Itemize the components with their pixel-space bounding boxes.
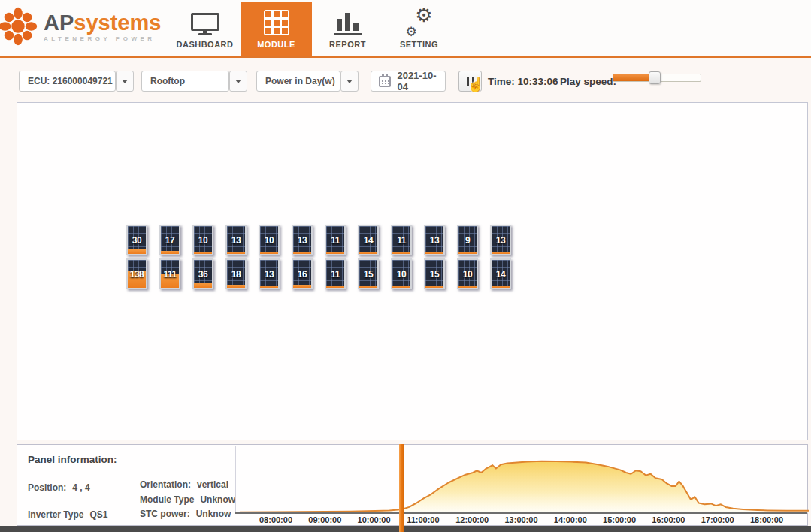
sun-logo-icon	[0, 4, 41, 49]
panel-power-value: 13	[293, 226, 311, 254]
panel-power-value: 10	[392, 260, 410, 288]
panel-power-value: 30	[128, 226, 146, 254]
module-panel[interactable]: 15	[424, 258, 445, 289]
module-panel[interactable]: 15	[358, 258, 379, 289]
module-panel[interactable]: 13	[424, 225, 445, 255]
module-canvas: 3017101310131114111391313811136181316111…	[17, 102, 808, 440]
module-panel[interactable]: 17	[159, 225, 180, 255]
module-panel[interactable]: 10	[192, 225, 213, 255]
nav-label: DASHBOARD	[177, 40, 234, 49]
panel-power-value: 13	[260, 260, 278, 288]
module-panel[interactable]: 30	[126, 225, 147, 255]
gears-icon: ⚙⚙	[404, 10, 434, 35]
date-picker[interactable]: 2021-10-04	[371, 71, 446, 92]
panel-power-value: 13	[227, 226, 245, 254]
panel-info-inverter-type: Inverter TypeQS1	[28, 509, 108, 520]
module-panel[interactable]: 11	[325, 225, 346, 255]
module-panel[interactable]: 10	[391, 258, 412, 289]
panel-power-value: 16	[293, 260, 311, 288]
logo-brand-ap: AP	[44, 11, 74, 35]
pause-button[interactable]	[458, 71, 482, 92]
ecu-select-arrow-button[interactable]	[116, 71, 134, 92]
toolbar: ECU: 216000049721 Rooftop Power in Day(w…	[0, 59, 811, 101]
panel-power-value: 14	[359, 226, 377, 254]
panel-info-stc-power: STC power:Unknow	[140, 509, 231, 519]
panel-power-value: 13	[425, 226, 443, 254]
metric-select-arrow-button[interactable]	[340, 71, 359, 92]
module-panel[interactable]: 36	[192, 258, 213, 289]
window-bottom-edge	[0, 526, 811, 532]
module-panel[interactable]: 14	[490, 258, 511, 289]
metric-select[interactable]: Power in Day(w)	[256, 71, 340, 92]
panel-power-value: 17	[161, 226, 179, 254]
ema-module-page: APsystems ALTENERGY POWER DASHBOARD MODU…	[0, 0, 811, 532]
module-row: 13811136181316111510151014	[126, 258, 511, 289]
chevron-down-icon	[122, 80, 128, 83]
nav-label: REPORT	[329, 40, 366, 49]
main-nav: DASHBOARD MODULE REPORT ⚙⚙ SETTING	[169, 0, 455, 56]
nav-item-setting[interactable]: ⚙⚙ SETTING	[383, 0, 455, 56]
module-panel[interactable]: 111	[159, 258, 180, 289]
panel-power-value: 15	[425, 260, 443, 288]
panel-power-value: 36	[194, 260, 212, 288]
x-tick-label: 18:00:00	[750, 515, 783, 524]
panel-power-value: 13	[492, 226, 510, 254]
panel-power-value: 11	[326, 260, 344, 288]
layout-select[interactable]: Rooftop	[141, 71, 229, 92]
x-tick-label: 10:00:00	[358, 515, 391, 524]
x-tick-label: 14:00:00	[554, 515, 587, 524]
panel-power-value: 15	[359, 260, 377, 288]
module-panel[interactable]: 18	[225, 258, 247, 289]
bottom-panel: Panel information: Position:4 , 4 Invert…	[17, 444, 808, 526]
play-speed-thumb[interactable]	[649, 71, 661, 84]
x-tick-label: 11:00:00	[407, 515, 439, 524]
chevron-down-icon	[235, 80, 241, 83]
play-speed-label: Play speed:	[560, 71, 616, 92]
panel-power-value: 10	[194, 226, 212, 254]
x-tick-label: 15:00:00	[603, 515, 636, 524]
module-panel[interactable]: 11	[391, 225, 412, 255]
module-panel[interactable]: 11	[325, 258, 346, 289]
panel-power-value: 138	[128, 260, 146, 288]
playhead-marker[interactable]	[399, 444, 404, 532]
app-header: APsystems ALTENERGY POWER DASHBOARD MODU…	[0, 0, 811, 58]
panel-info-orientation: Orientation:vertical	[140, 479, 228, 490]
panel-info-position: Position:4 , 4	[28, 482, 90, 493]
module-panel[interactable]: 138	[126, 258, 147, 289]
module-panel[interactable]: 14	[358, 225, 379, 255]
nav-item-report[interactable]: REPORT	[312, 0, 383, 56]
panel-power-value: 11	[392, 226, 410, 254]
module-panel[interactable]: 16	[292, 258, 313, 289]
logo-brand-systems: systems	[74, 11, 161, 35]
nav-label: SETTING	[400, 40, 438, 49]
module-panel[interactable]: 13	[225, 225, 247, 255]
module-panel[interactable]: 9	[457, 225, 478, 255]
panel-power-value: 111	[161, 260, 179, 288]
play-speed-slider[interactable]	[613, 74, 701, 82]
module-panel[interactable]: 10	[259, 225, 280, 255]
play-speed-fill	[613, 74, 650, 81]
logo-tagline: ALTENERGY POWER	[44, 35, 161, 42]
x-tick-label: 16:00:00	[652, 515, 685, 524]
power-day-chart	[236, 446, 809, 513]
monitor-icon	[191, 13, 219, 35]
x-tick-label: 13:00:00	[504, 515, 537, 524]
nav-label: MODULE	[257, 40, 295, 49]
playback-time-label: Time: 10:33:06	[488, 71, 558, 92]
module-panel[interactable]: 13	[259, 258, 280, 289]
ecu-select[interactable]: ECU: 216000049721	[19, 71, 116, 92]
x-tick-label: 12:00:00	[455, 515, 489, 524]
module-row: 30171013101311141113913	[126, 225, 511, 255]
panel-power-value: 14	[492, 260, 510, 288]
panel-information: Panel information: Position:4 , 4 Invert…	[17, 445, 235, 525]
nav-item-module[interactable]: MODULE	[241, 2, 312, 56]
panel-info-title: Panel information:	[28, 454, 117, 465]
module-panel[interactable]: 10	[457, 258, 478, 289]
module-panel-grid: 3017101310131114111391313811136181316111…	[126, 225, 511, 289]
module-panel[interactable]: 13	[490, 225, 511, 255]
panel-power-value: 11	[326, 226, 344, 254]
nav-item-dashboard[interactable]: DASHBOARD	[169, 0, 241, 56]
layout-select-arrow-button[interactable]	[229, 71, 247, 92]
chart-x-axis	[235, 512, 807, 514]
module-panel[interactable]: 13	[292, 225, 313, 255]
